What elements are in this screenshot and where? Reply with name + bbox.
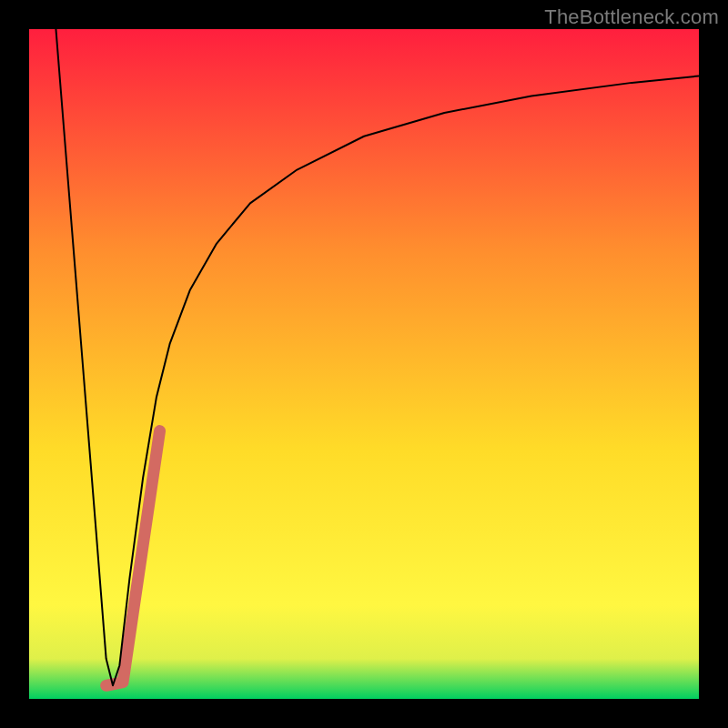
chart-frame: TheBottleneck.com [0,0,728,728]
plot-svg [29,29,699,699]
plot-area [29,29,699,699]
watermark-text: TheBottleneck.com [544,5,719,29]
